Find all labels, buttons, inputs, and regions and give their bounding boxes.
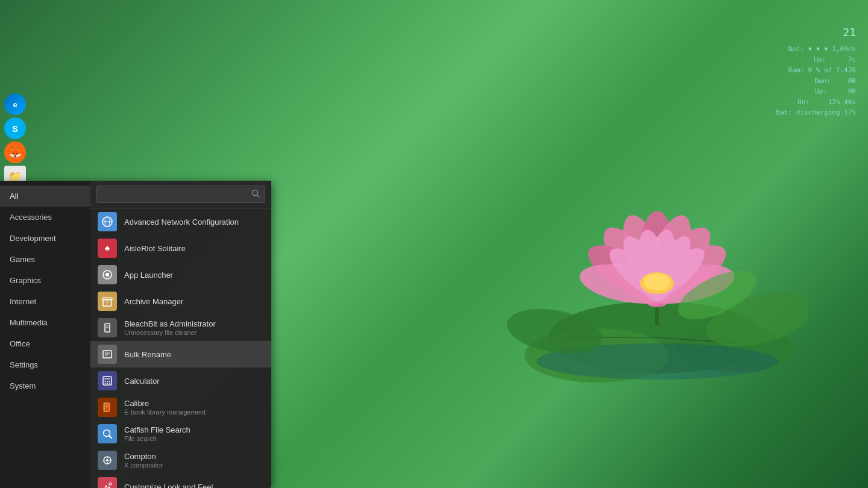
app-list: Advanced Network Configuration ♠ AisleRi… <box>90 208 271 488</box>
svg-point-3 <box>536 343 778 380</box>
svg-point-9 <box>632 217 722 314</box>
app-item-advanced-network[interactable]: Advanced Network Configuration <box>90 208 271 235</box>
app-item-bulk-rename[interactable]: Bulk Rename <box>90 341 271 368</box>
svg-point-48 <box>105 383 106 384</box>
svg-point-45 <box>105 381 106 382</box>
svg-rect-35 <box>102 298 112 300</box>
app-item-catfish[interactable]: Catfish File Search File search <box>90 421 271 447</box>
category-office[interactable]: Office <box>0 333 90 354</box>
svg-point-25 <box>506 302 606 361</box>
app-item-calculator[interactable]: Calculator <box>90 368 271 394</box>
category-multimedia[interactable]: Multimedia <box>0 312 90 333</box>
app-item-aisleriot[interactable]: ♠ AisleRiot Solitaire <box>90 235 271 261</box>
svg-point-1 <box>524 328 669 383</box>
app-name-customize: Customize Look and Feel <box>124 483 213 489</box>
app-info-bulk-rename: Bulk Rename <box>124 350 171 359</box>
svg-point-20 <box>640 272 674 294</box>
system-info: 21 Net: ♦ ♦ ♦ 1,09ch Up: 7c Ram: 8 % of … <box>776 24 856 118</box>
app-info-calculator: Calculator <box>124 377 160 386</box>
app-name-compton: Compton <box>124 452 163 461</box>
svg-point-21 <box>644 274 670 290</box>
app-info-customize: Customize Look and Feel <box>124 483 213 489</box>
category-development[interactable]: Development <box>0 228 90 249</box>
sysinfo-ram: Ram: 8 % of 7,476 <box>776 65 856 76</box>
app-icon-calculator <box>98 371 117 390</box>
category-games[interactable]: Games <box>0 249 90 270</box>
app-name-calibre: Calibre <box>124 399 206 408</box>
app-desc-catfish: File search <box>124 435 190 442</box>
app-desc-bleachbit: Unnecessary file cleaner <box>124 329 216 336</box>
svg-point-7 <box>639 211 675 307</box>
menu-content: Advanced Network Configuration ♠ AisleRi… <box>90 181 271 488</box>
app-desc-compton: X compositor <box>124 461 163 469</box>
app-name-aisleriot: AisleRiot Solitaire <box>124 244 186 253</box>
sysinfo-net: Net: ♦ ♦ ♦ 1,09ch <box>776 44 856 55</box>
app-info-catfish: Catfish File Search File search <box>124 425 190 442</box>
app-name-bleachbit: BleachBit as Administrator <box>124 319 216 328</box>
svg-point-10 <box>580 234 682 314</box>
category-settings[interactable]: Settings <box>0 354 90 375</box>
category-internet[interactable]: Internet <box>0 291 90 312</box>
sysinfo-on: On: 12h 46s <box>776 97 856 108</box>
app-icon-calibre <box>98 398 117 417</box>
svg-point-11 <box>632 234 734 314</box>
svg-point-14 <box>615 230 675 306</box>
app-icon-compton <box>98 451 117 470</box>
app-name-bulk-rename: Bulk Rename <box>124 350 171 359</box>
app-icon-advanced-network <box>98 212 117 231</box>
svg-line-56 <box>110 436 112 439</box>
svg-point-47 <box>109 381 110 382</box>
category-graphics[interactable]: Graphics <box>0 270 90 291</box>
app-info-aisleriot: AisleRiot Solitaire <box>124 244 186 253</box>
app-name-archive-manager: Archive Manager <box>124 297 183 306</box>
app-info-compton: Compton X compositor <box>124 452 163 469</box>
edge-icon[interactable]: e <box>4 93 26 115</box>
category-system[interactable]: System <box>0 375 90 396</box>
svg-point-24 <box>701 282 808 357</box>
search-input[interactable] <box>102 189 251 200</box>
app-item-calibre[interactable]: Calibre E-book library management <box>90 394 271 421</box>
svg-rect-40 <box>103 351 112 358</box>
search-icon <box>251 189 260 199</box>
svg-point-19 <box>602 240 675 307</box>
menu-sidebar: All Accessories Development Games Graphi… <box>0 181 90 488</box>
firefox-icon[interactable]: 🦊 <box>4 142 26 163</box>
svg-line-23 <box>657 337 741 343</box>
app-icon-bulk-rename <box>98 345 117 364</box>
category-accessories[interactable]: Accessories <box>0 207 90 228</box>
lotus-decoration <box>506 60 808 392</box>
svg-point-26 <box>671 261 763 330</box>
svg-rect-52 <box>104 403 110 411</box>
app-icon-archive-manager <box>98 292 117 311</box>
app-item-bleachbit[interactable]: BleachBit as Administrator Unnecessary f… <box>90 314 271 341</box>
svg-point-13 <box>577 258 678 310</box>
svg-point-17 <box>640 230 699 306</box>
app-name-calculator: Calculator <box>124 377 160 386</box>
search-wrapper[interactable] <box>96 186 265 203</box>
svg-point-18 <box>640 240 712 307</box>
app-item-archive-manager[interactable]: Archive Manager <box>90 288 271 314</box>
svg-point-16 <box>642 228 681 304</box>
app-icon-aisleriot: ♠ <box>98 239 117 258</box>
svg-point-59 <box>109 483 112 485</box>
category-all[interactable]: All <box>0 186 90 207</box>
svg-point-0 <box>549 301 766 374</box>
sysinfo-up: Up: 7c <box>776 54 856 65</box>
app-menu: All Accessories Development Games Graphi… <box>0 181 271 488</box>
app-item-compton[interactable]: Compton X compositor <box>90 447 271 474</box>
app-item-app-launcher[interactable]: App Launcher <box>90 261 271 288</box>
app-icon-app-launcher <box>98 265 117 284</box>
sysinfo-bat: Bat: discharging 17% <box>776 107 856 118</box>
sysinfo-time: 21 <box>776 24 856 42</box>
skype-icon[interactable]: S <box>4 117 26 139</box>
app-item-customize[interactable]: Customize Look and Feel <box>90 474 271 488</box>
app-icon-bleachbit <box>98 318 117 337</box>
svg-point-33 <box>105 273 109 277</box>
search-bar <box>90 181 271 208</box>
app-name-advanced-network: Advanced Network Configuration <box>124 217 239 227</box>
svg-point-2 <box>675 327 796 372</box>
taskbar: e S 🦊 📁 <box>0 93 30 187</box>
svg-point-58 <box>106 459 108 461</box>
app-name-app-launcher: App Launcher <box>124 271 173 280</box>
app-info-bleachbit: BleachBit as Administrator Unnecessary f… <box>124 319 216 336</box>
